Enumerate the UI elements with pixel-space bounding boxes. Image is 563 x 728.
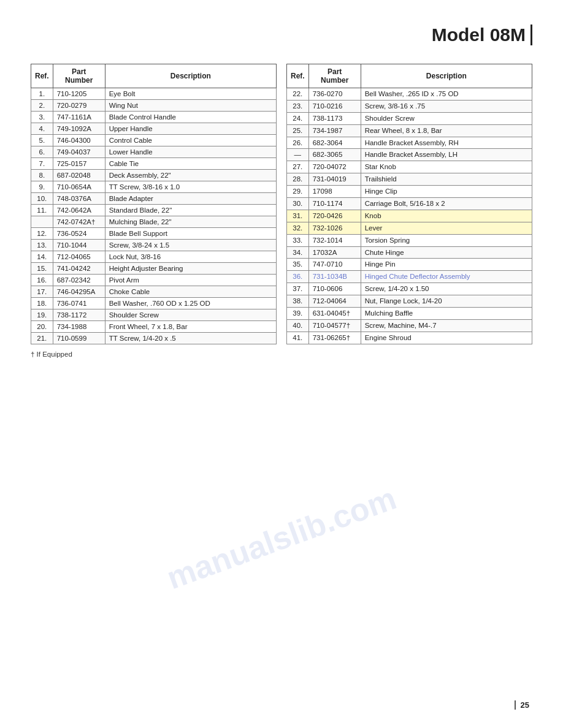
ref-cell: 2. — [31, 100, 53, 112]
description-cell: TT Screw, 3/8-16 x 1.0 — [105, 181, 276, 193]
ref-cell: 1. — [31, 88, 53, 100]
description-cell: Nut, Flange Lock, 1/4-20 — [361, 295, 532, 308]
ref-cell: 30. — [287, 198, 309, 210]
description-cell: Screw, Machine, M4-.7 — [361, 319, 532, 332]
description-cell: Handle Bracket Assembly, RH — [361, 137, 532, 149]
part-number-cell: 682-3065 — [308, 149, 361, 161]
right-col-ref-header: Ref. — [287, 64, 309, 88]
description-cell: Cable Tie — [105, 158, 276, 170]
table-row: 40. 710-04577† Screw, Machine, M4-.7 — [287, 319, 532, 332]
ref-cell: 14. — [31, 251, 53, 263]
ref-cell: 25. — [287, 124, 309, 137]
ref-cell: 10. — [31, 193, 53, 205]
table-row: 31. 720-0426 Knob — [287, 210, 532, 222]
ref-cell: 22. — [287, 88, 309, 100]
table-row: 6. 749-04037 Lower Handle — [31, 146, 277, 158]
table-row: 3. 747-1161A Blade Control Handle — [31, 112, 277, 123]
table-row: 17. 746-04295A Choke Cable — [31, 286, 277, 298]
table-row: 21. 710-0599 TT Screw, 1/4-20 x .5 — [31, 333, 277, 344]
ref-cell: 23. — [287, 100, 309, 112]
page-container: Model 08M Ref. Part Number Description 1… — [0, 0, 563, 728]
table-row: 12. 736-0524 Blade Bell Support — [31, 228, 277, 240]
ref-cell: 16. — [31, 275, 53, 286]
ref-cell: 41. — [287, 332, 309, 344]
description-cell: Engine Shroud — [361, 332, 532, 344]
table-row: 7. 725-0157 Cable Tie — [31, 158, 277, 170]
description-cell: Hinge Clip — [361, 186, 532, 198]
part-number-cell: 17098 — [308, 186, 361, 198]
ref-cell: 11. — [31, 205, 53, 216]
description-cell: Carriage Bolt, 5/16-18 x 2 — [361, 198, 532, 210]
ref-cell: 18. — [31, 298, 53, 309]
description-cell: Trailshield — [361, 173, 532, 186]
ref-cell: 8. — [31, 170, 53, 181]
part-number-cell: 747-0710 — [308, 259, 361, 271]
table-row: 11. 742-0642A Standard Blade, 22" — [31, 205, 277, 216]
part-number-cell: 742-0642A — [53, 205, 105, 216]
part-number-cell: 732-1026 — [308, 222, 361, 234]
ref-cell: 21. — [31, 333, 53, 344]
description-cell: Lever — [361, 222, 532, 234]
part-number-cell: 749-04037 — [53, 146, 105, 158]
description-cell: Torsion Spring — [361, 234, 532, 246]
part-number-cell: 746-04300 — [53, 135, 105, 146]
table-row: 16. 687-02342 Pivot Arm — [31, 275, 277, 286]
description-cell: Front Wheel, 7 x 1.8, Bar — [105, 321, 276, 333]
ref-cell: 40. — [287, 319, 309, 332]
ref-cell: 19. — [31, 309, 53, 321]
description-cell: TT Screw, 1/4-20 x .5 — [105, 333, 276, 344]
table-row: 10. 748-0376A Blade Adapter — [31, 193, 277, 205]
description-cell: Upper Handle — [105, 123, 276, 135]
table-row: 24. 738-1173 Shoulder Screw — [287, 112, 532, 124]
table-row: 32. 732-1026 Lever — [287, 222, 532, 234]
description-cell: Mulching Blade, 22" — [105, 216, 276, 228]
table-row: 30. 710-1174 Carriage Bolt, 5/16-18 x 2 — [287, 198, 532, 210]
part-number-cell: 710-0599 — [53, 333, 105, 344]
table-row: 15. 741-04242 Height Adjuster Bearing — [31, 263, 277, 275]
part-number-cell: 712-04064 — [308, 295, 361, 308]
ref-cell: 6. — [31, 146, 53, 158]
table-row: 26. 682-3064 Handle Bracket Assembly, RH — [287, 137, 532, 149]
table-row: 5. 746-04300 Control Cable — [31, 135, 277, 146]
ref-cell: 12. — [31, 228, 53, 240]
ref-cell: 39. — [287, 308, 309, 320]
right-col-desc-header: Description — [361, 64, 532, 88]
table-row: 2. 720-0279 Wing Nut — [31, 100, 277, 112]
table-row: 20. 734-1988 Front Wheel, 7 x 1.8, Bar — [31, 321, 277, 333]
table-row: 22. 736-0270 Bell Washer, .265 ID x .75 … — [287, 88, 532, 100]
ref-cell: 9. — [31, 181, 53, 193]
ref-cell: 3. — [31, 112, 53, 123]
part-number-cell: 710-1174 — [308, 198, 361, 210]
description-cell: Lock Nut, 3/8-16 — [105, 251, 276, 263]
description-cell: Star Knob — [361, 161, 532, 173]
ref-cell — [31, 216, 53, 228]
description-cell: Bell Washer, .760 OD x 1.25 OD — [105, 298, 276, 309]
description-cell: Lower Handle — [105, 146, 276, 158]
part-number-cell: 746-04295A — [53, 286, 105, 298]
description-cell: Blade Control Handle — [105, 112, 276, 123]
description-cell: Screw, 3/8-24 x 1.5 — [105, 240, 276, 251]
description-cell: Hinged Chute Deflector Assembly — [361, 271, 532, 283]
ref-cell: 37. — [287, 283, 309, 295]
ref-cell: 13. — [31, 240, 53, 251]
table-row: 36. 731-1034B Hinged Chute Deflector Ass… — [287, 271, 532, 283]
description-cell: Blade Bell Support — [105, 228, 276, 240]
part-number-cell: 734-1988 — [53, 321, 105, 333]
part-number-cell: 631-04045† — [308, 308, 361, 320]
part-number-cell: 738-1172 — [53, 309, 105, 321]
table-row: 37. 710-0606 Screw, 1/4-20 x 1.50 — [287, 283, 532, 295]
part-number-cell: 725-0157 — [53, 158, 105, 170]
table-row: 742-0742A† Mulching Blade, 22" — [31, 216, 277, 228]
table-row: 28. 731-04019 Trailshield — [287, 173, 532, 186]
footnote: † If Equipped — [31, 351, 532, 358]
part-number-cell: 749-1092A — [53, 123, 105, 135]
table-row: 18. 736-0741 Bell Washer, .760 OD x 1.25… — [31, 298, 277, 309]
part-number-cell: 710-0606 — [308, 283, 361, 295]
description-cell: Wing Nut — [105, 100, 276, 112]
description-cell: Chute Hinge — [361, 246, 532, 259]
ref-cell: 17. — [31, 286, 53, 298]
table-row: 25. 734-1987 Rear Wheel, 8 x 1.8, Bar — [287, 124, 532, 137]
ref-cell: 38. — [287, 295, 309, 308]
right-parts-table: Ref. Part Number Description 22. 736-027… — [286, 64, 532, 344]
part-number-cell: 710-1205 — [53, 88, 105, 100]
